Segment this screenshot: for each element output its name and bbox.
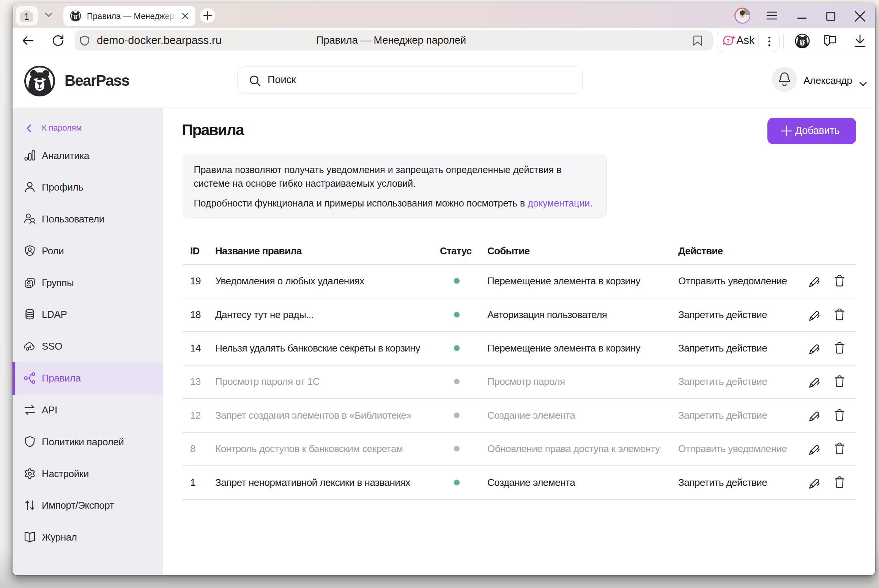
svg-text:?: ? bbox=[726, 38, 730, 44]
